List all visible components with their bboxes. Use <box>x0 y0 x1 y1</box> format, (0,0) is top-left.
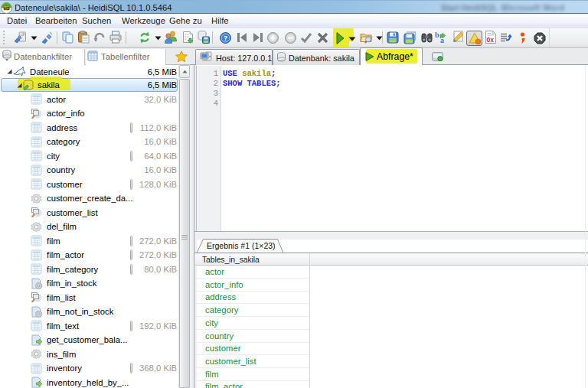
svg-text:?: ? <box>224 34 228 42</box>
svg-text:b: b <box>435 31 439 39</box>
svg-text:0x: 0x <box>487 36 495 44</box>
svg-text:HS: HS <box>4 6 10 11</box>
